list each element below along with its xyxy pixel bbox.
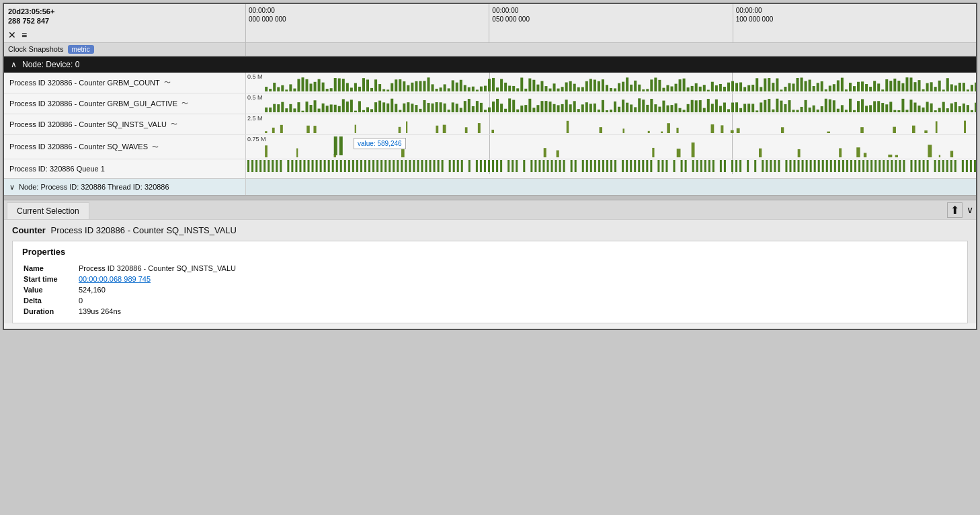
svg-rect-329 <box>885 104 888 112</box>
svg-rect-558 <box>942 160 944 172</box>
svg-rect-376 <box>781 127 784 133</box>
svg-rect-0 <box>265 87 268 91</box>
svg-rect-477 <box>563 160 565 172</box>
svg-rect-352 <box>265 131 267 133</box>
svg-rect-166 <box>938 81 941 91</box>
svg-rect-456 <box>461 160 463 172</box>
svg-rect-225 <box>464 101 466 112</box>
svg-rect-519 <box>774 160 776 172</box>
panel-up-icon[interactable]: ⬆ <box>947 202 963 218</box>
svg-rect-487 <box>610 160 612 172</box>
svg-rect-77 <box>577 87 580 91</box>
svg-rect-284 <box>703 108 706 112</box>
svg-rect-332 <box>897 110 900 112</box>
svg-rect-118 <box>743 87 746 91</box>
svg-rect-173 <box>967 89 969 91</box>
svg-rect-460 <box>484 160 486 172</box>
svg-rect-390 <box>652 148 654 157</box>
svg-rect-330 <box>889 102 892 112</box>
tab-current-selection[interactable]: Current Selection <box>7 202 89 219</box>
svg-rect-110 <box>711 81 714 91</box>
svg-rect-206 <box>386 104 389 112</box>
svg-rect-399 <box>895 155 898 157</box>
svg-rect-160 <box>913 82 916 91</box>
svg-rect-107 <box>699 87 702 91</box>
svg-rect-465 <box>507 160 509 172</box>
row-chart-4[interactable] <box>246 159 976 174</box>
row-chart-0[interactable]: 0.5 M // Generated inline via JS below <box>246 73 976 93</box>
properties-box: Properties NameProcess ID 320886 - Count… <box>12 241 968 323</box>
row-chart-1[interactable]: 0.5 M <box>246 93 976 114</box>
svg-rect-459 <box>480 160 482 172</box>
svg-rect-391 <box>677 149 681 157</box>
panel-chevron-down-icon[interactable]: ∨ <box>967 204 973 215</box>
counter-title: Counter Process ID 320886 - Counter SQ_I… <box>4 220 976 238</box>
timeline-header-2: 00:00:00 100 000 000 <box>733 4 976 42</box>
row-label-0: Process ID 320886 - Counter GRBM_COUNT 〜 <box>4 73 246 93</box>
svg-rect-199 <box>358 101 361 112</box>
svg-rect-7 <box>293 88 296 91</box>
svg-rect-189 <box>318 108 321 112</box>
svg-rect-315 <box>829 99 831 112</box>
svg-rect-478 <box>571 160 573 172</box>
collapsed-node-label[interactable]: ∨ Node: Process ID: 320886 Thread ID: 32… <box>4 179 246 195</box>
svg-rect-13 <box>318 79 321 91</box>
svg-rect-200 <box>362 110 365 112</box>
svg-rect-348 <box>963 104 965 112</box>
svg-rect-328 <box>881 103 884 112</box>
svg-rect-410 <box>268 160 270 172</box>
close-icon[interactable]: ✕ <box>8 29 16 41</box>
svg-rect-285 <box>707 99 710 112</box>
svg-rect-22 <box>354 83 357 91</box>
svg-rect-30 <box>386 89 389 91</box>
svg-rect-144 <box>849 83 852 91</box>
svg-rect-414 <box>287 160 289 172</box>
svg-rect-397 <box>864 153 866 157</box>
svg-rect-372 <box>711 124 714 133</box>
svg-rect-428 <box>344 160 346 172</box>
svg-rect-321 <box>853 110 856 112</box>
svg-rect-432 <box>360 160 362 172</box>
svg-rect-19 <box>342 79 345 91</box>
svg-rect-31 <box>391 83 393 91</box>
node-header[interactable]: ∧ Node: Device: 0 <box>4 56 976 73</box>
svg-rect-427 <box>340 160 342 172</box>
svg-rect-310 <box>809 108 811 112</box>
svg-rect-188 <box>314 100 317 112</box>
svg-rect-52 <box>476 89 479 91</box>
svg-rect-39 <box>423 81 425 91</box>
row-chart-3[interactable]: 0.75 M value: 589,246 <box>246 135 976 159</box>
svg-rect-115 <box>731 81 734 91</box>
svg-rect-423 <box>324 160 326 172</box>
svg-rect-457 <box>468 160 471 172</box>
collapsed-node-chevron: ∨ <box>9 182 15 192</box>
svg-rect-72 <box>557 88 560 91</box>
svg-rect-85 <box>610 88 612 91</box>
svg-rect-536 <box>846 160 848 172</box>
row-chart-2[interactable]: 2.5 M <box>246 114 976 134</box>
prop-value[interactable]: 00:00:00.068 989 745 <box>79 274 956 284</box>
svg-rect-40 <box>427 77 430 91</box>
menu-icon[interactable]: ≡ <box>22 29 27 41</box>
svg-rect-96 <box>654 77 657 91</box>
svg-rect-316 <box>833 100 835 112</box>
svg-rect-535 <box>842 160 844 172</box>
svg-rect-212 <box>411 104 413 112</box>
svg-rect-242 <box>532 108 535 112</box>
svg-rect-106 <box>695 83 698 91</box>
svg-rect-3 <box>277 87 280 91</box>
svg-rect-89 <box>626 77 628 91</box>
svg-rect-443 <box>405 160 407 172</box>
svg-rect-111 <box>715 85 718 91</box>
svg-rect-113 <box>723 87 726 91</box>
timeline-time1-0: 00:00:00 <box>249 6 486 15</box>
svg-rect-420 <box>312 160 314 172</box>
svg-rect-379 <box>893 126 896 132</box>
svg-rect-88 <box>622 81 624 91</box>
collapsed-node-row[interactable]: ∨ Node: Process ID: 320886 Thread ID: 32… <box>4 178 976 195</box>
svg-rect-509 <box>720 160 722 172</box>
svg-rect-400 <box>928 145 932 157</box>
svg-rect-196 <box>346 102 349 112</box>
svg-rect-476 <box>559 160 561 172</box>
svg-rect-178 <box>273 104 276 112</box>
